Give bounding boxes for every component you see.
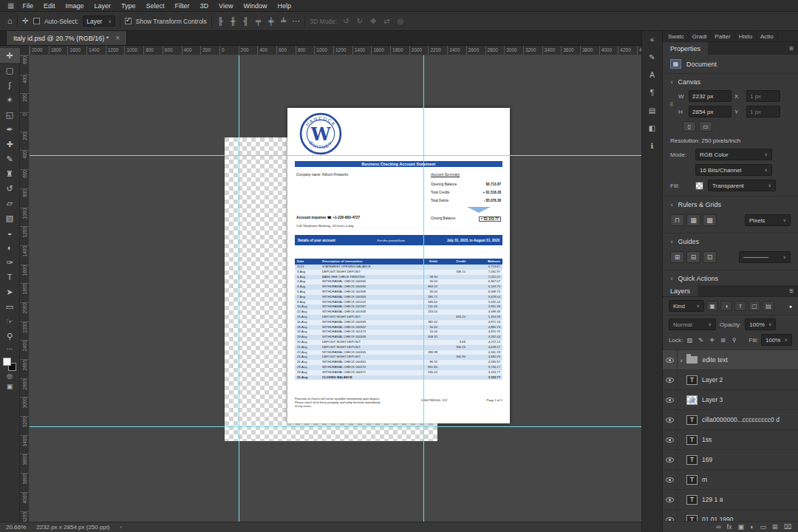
- edit-toolbar-button[interactable]: ⋯: [0, 344, 20, 354]
- visibility-toggle[interactable]: [663, 390, 678, 410]
- adjustment-layer-icon[interactable]: ◐: [750, 523, 754, 531]
- layer-effects-icon[interactable]: fx: [727, 523, 732, 531]
- layer-thumbnail[interactable]: [686, 356, 698, 364]
- y-field[interactable]: 1 px: [746, 106, 780, 117]
- visibility-toggle[interactable]: [663, 430, 678, 450]
- visibility-toggle[interactable]: [663, 410, 678, 430]
- dodge-tool[interactable]: ◐: [0, 240, 20, 255]
- screen-mode-button[interactable]: ▣: [0, 381, 20, 392]
- info-panel-icon[interactable]: ℹ: [645, 140, 660, 151]
- align-right-edges-icon[interactable]: ╢: [242, 17, 250, 25]
- align-vertical-centers-icon[interactable]: ╪: [267, 17, 275, 25]
- grid-settings-icon[interactable]: ▩: [703, 214, 717, 226]
- layer-thumbnail[interactable]: T: [686, 475, 698, 485]
- layer-row[interactable]: ∨ T m: [663, 470, 798, 490]
- width-field[interactable]: 2232 px: [689, 90, 732, 102]
- pen-tool[interactable]: ✑: [0, 255, 20, 270]
- menu-item[interactable]: Filter: [170, 0, 195, 12]
- tab-properties[interactable]: Properties: [663, 42, 708, 55]
- layer-name[interactable]: 1ss: [702, 436, 712, 443]
- menu-item[interactable]: Edit: [38, 0, 61, 12]
- visibility-toggle[interactable]: [663, 370, 678, 390]
- adjustments-panel-icon[interactable]: ◧: [645, 122, 660, 134]
- menu-item[interactable]: Window: [238, 0, 272, 12]
- close-tab-icon[interactable]: ×: [115, 34, 120, 42]
- history-brush-tool[interactable]: ↺: [0, 181, 20, 196]
- filter-toggle-icon[interactable]: ●: [789, 304, 792, 309]
- layer-group-icon[interactable]: ▭: [760, 523, 767, 531]
- layer-name[interactable]: 01.01.1990: [702, 516, 734, 521]
- layer-name[interactable]: cilla0000000...ccccccccc0 d: [702, 416, 780, 423]
- ruler-origin-corner[interactable]: [20, 46, 30, 55]
- vertical-guide[interactable]: [423, 55, 424, 522]
- layer-row[interactable]: ∨ T 169: [663, 450, 798, 470]
- layer-name[interactable]: m: [702, 476, 707, 483]
- link-layers-icon[interactable]: ∞: [716, 523, 720, 531]
- height-field[interactable]: 2854 px: [689, 106, 732, 117]
- zoom-level[interactable]: 20.66%: [6, 524, 26, 531]
- layer-thumbnail[interactable]: [686, 395, 698, 405]
- crop-tool[interactable]: ◱: [0, 107, 20, 122]
- layer-thumbnail[interactable]: T: [686, 415, 698, 425]
- collapse-panels-icon[interactable]: «: [645, 33, 660, 45]
- more-options-icon[interactable]: ⋯: [292, 17, 300, 25]
- status-options-chevron-icon[interactable]: ›: [120, 525, 122, 531]
- move-tool[interactable]: ✛: [0, 48, 20, 63]
- horizontal-ruler[interactable]: 2000180016001400120010008006004002000200…: [30, 46, 641, 55]
- guides-section-header[interactable]: ∨ Guides: [663, 233, 798, 248]
- libraries-panel-icon[interactable]: ▤: [645, 104, 660, 116]
- panel-menu-icon[interactable]: ≡: [789, 44, 794, 52]
- blend-mode-dropdown[interactable]: Normal ∨: [669, 318, 716, 330]
- menu-item[interactable]: View: [214, 0, 238, 12]
- fill-dropdown[interactable]: 100% ∨: [761, 334, 792, 346]
- layer-thumbnail[interactable]: T: [686, 435, 698, 445]
- character-panel-icon[interactable]: A: [645, 69, 660, 81]
- guide-style-dropdown[interactable]: ────── ∨: [739, 251, 791, 263]
- layer-thumbnail[interactable]: T: [686, 455, 698, 465]
- panel-tab[interactable]: Histo: [735, 31, 757, 42]
- canvas-area[interactable]: HANCOCK WHITNEY W Business Checking Acco…: [30, 55, 641, 522]
- filter-adjustment-layers-icon[interactable]: ◑: [720, 301, 732, 311]
- layer-row[interactable]: ∨ T 01.01.1990: [663, 510, 798, 521]
- clone-stamp-tool[interactable]: ♜: [0, 166, 20, 181]
- lock-artboard-icon[interactable]: ⊞: [719, 337, 727, 344]
- layer-name[interactable]: Layer 3: [702, 396, 723, 403]
- foreground-color-swatch[interactable]: [3, 358, 11, 366]
- visibility-toggle[interactable]: [663, 510, 678, 522]
- menu-item[interactable]: Type: [116, 0, 141, 12]
- home-icon[interactable]: ⌂: [7, 17, 13, 25]
- landscape-orientation-icon[interactable]: ▭: [699, 121, 712, 132]
- lock-position-icon[interactable]: ✛: [708, 337, 716, 344]
- align-bottom-edges-icon[interactable]: ╧: [279, 17, 287, 25]
- layer-mask-icon[interactable]: ▣: [738, 523, 745, 531]
- clear-guides-icon[interactable]: ⊟: [686, 251, 700, 263]
- menu-item[interactable]: Select: [141, 0, 170, 12]
- layer-name[interactable]: edite text: [702, 356, 728, 364]
- paragraph-panel-icon[interactable]: ¶: [645, 86, 660, 98]
- panel-tab[interactable]: Swatc: [664, 31, 689, 42]
- new-layer-icon[interactable]: ⊞: [772, 523, 778, 531]
- group-expand-chevron-icon[interactable]: ∨: [680, 358, 683, 363]
- quick-actions-section-header[interactable]: ∨ Quick Actions: [663, 270, 798, 285]
- menu-item[interactable]: 3D: [195, 0, 214, 12]
- layer-name[interactable]: Layer 2: [702, 376, 723, 383]
- rectangular-marquee-tool[interactable]: ▢: [0, 63, 20, 78]
- vertical-ruler[interactable]: 6004002000200400600800100012001400160018…: [20, 55, 30, 522]
- visibility-toggle[interactable]: [663, 350, 678, 370]
- type-tool[interactable]: T: [0, 270, 20, 284]
- rectangle-tool[interactable]: ▭: [0, 299, 20, 314]
- layer-name[interactable]: 169: [702, 456, 712, 463]
- visibility-toggle[interactable]: [663, 450, 678, 470]
- menu-item[interactable]: Image: [60, 0, 89, 12]
- brush-tool[interactable]: ✎: [0, 151, 20, 166]
- spot-healing-brush-tool[interactable]: ✚: [0, 137, 20, 151]
- opacity-dropdown[interactable]: 100% ∨: [745, 318, 776, 330]
- horizontal-guide[interactable]: [30, 426, 641, 427]
- menu-item[interactable]: Help: [272, 0, 296, 12]
- layer-row[interactable]: ∨ T cilla0000000...ccccccccc0 d: [663, 410, 798, 430]
- eraser-tool[interactable]: ▱: [0, 196, 20, 211]
- bit-depth-dropdown[interactable]: 16 Bits/Channel ∨: [695, 164, 772, 176]
- delete-layer-icon[interactable]: ⌧: [784, 523, 791, 531]
- x-field[interactable]: 1 px: [746, 90, 780, 102]
- layer-name[interactable]: 129 1 a: [702, 496, 723, 503]
